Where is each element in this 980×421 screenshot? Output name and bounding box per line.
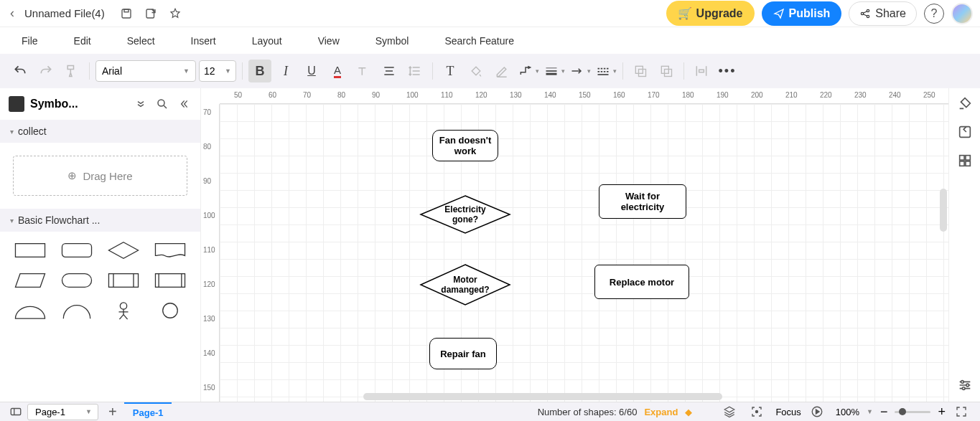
shape-rounded-rect[interactable] <box>57 239 96 262</box>
publish-button[interactable]: Publish <box>762 1 842 26</box>
font-size-select[interactable]: 12▼ <box>199 60 236 82</box>
line-weight-button[interactable]: ▾ <box>542 60 565 82</box>
zoom-in-button[interactable]: + <box>938 405 946 420</box>
zoom-slider[interactable] <box>895 411 930 413</box>
menu-edit[interactable]: Edit <box>74 35 91 47</box>
titlebar: ‹ Unnamed File(4) 🛒 Upgrade Publish Shar… <box>0 0 980 27</box>
share-button[interactable]: Share <box>849 1 917 26</box>
text-case-button[interactable] <box>352 60 375 82</box>
send-icon <box>773 8 785 19</box>
file-name[interactable]: Unnamed File(4) <box>24 7 105 19</box>
node-wait-electricity[interactable]: Wait for electricity <box>599 184 686 219</box>
svg-point-16 <box>120 303 126 309</box>
font-select[interactable]: Arial▼ <box>95 60 196 82</box>
line-color-button[interactable] <box>490 60 513 82</box>
node-repair-fan[interactable]: Repair fan <box>429 338 497 369</box>
share-icon <box>859 8 871 19</box>
italic-button[interactable]: I <box>274 60 297 82</box>
shape-connector[interactable] <box>151 299 190 322</box>
menu-select[interactable]: Select <box>127 35 155 47</box>
svg-rect-11 <box>15 244 45 257</box>
horizontal-scrollbar[interactable] <box>363 393 722 400</box>
redo-button[interactable] <box>34 60 57 82</box>
shape-diamond[interactable] <box>104 239 144 262</box>
shape-half-ellipse[interactable] <box>10 299 50 322</box>
connector-style-button[interactable]: ▾ <box>516 60 539 82</box>
menu-insert[interactable]: Insert <box>191 35 216 47</box>
settings-panel-icon[interactable] <box>956 376 974 394</box>
drag-here-zone[interactable]: ⊕ Drag Here <box>13 156 187 196</box>
chevron-down-icon: ▾ <box>10 217 14 224</box>
undo-button[interactable] <box>9 60 32 82</box>
align-button[interactable] <box>378 60 401 82</box>
export-icon[interactable] <box>142 5 159 22</box>
zoom-value[interactable]: 100% <box>836 407 859 417</box>
grid-panel-icon[interactable] <box>956 151 974 170</box>
search-icon[interactable] <box>154 96 170 112</box>
upgrade-button[interactable]: 🛒 Upgrade <box>666 1 755 26</box>
expand-down-icon[interactable] <box>133 96 149 112</box>
menu-view[interactable]: View <box>318 35 340 47</box>
zoom-out-button[interactable]: − <box>880 405 888 420</box>
right-panel <box>948 88 980 402</box>
user-avatar[interactable] <box>951 3 973 24</box>
shape-predefined[interactable] <box>104 269 144 292</box>
svg-rect-13 <box>62 274 91 288</box>
horizontal-ruler: 5060708090100110120130140150160170180190… <box>220 88 948 104</box>
line-dash-button[interactable]: ▾ <box>594 60 617 82</box>
shape-document[interactable] <box>151 239 190 262</box>
format-painter-button[interactable] <box>60 60 83 82</box>
shape-actor[interactable] <box>104 299 144 322</box>
fullscreen-icon[interactable] <box>953 403 970 420</box>
node-electricity-gone[interactable]: Electricity gone? <box>419 194 511 235</box>
sidebar-title: Symbo... <box>30 98 127 110</box>
pages-icon[interactable] <box>7 403 24 420</box>
svg-rect-1 <box>124 9 129 12</box>
fill-button[interactable] <box>465 60 487 82</box>
shape-subprocess[interactable] <box>151 269 190 292</box>
fill-panel-icon[interactable] <box>956 94 974 113</box>
export-panel-icon[interactable] <box>956 123 974 141</box>
add-page-button[interactable]: + <box>104 403 121 420</box>
bold-button[interactable]: B <box>248 60 271 82</box>
star-icon[interactable] <box>167 5 184 22</box>
shape-terminator[interactable] <box>57 269 96 292</box>
font-color-button[interactable]: A <box>326 60 349 82</box>
text-tool-button[interactable]: T <box>439 60 462 82</box>
menu-file[interactable]: File <box>22 35 38 47</box>
canvas[interactable]: Fan doesn't work Electricity gone? Wait … <box>220 104 948 402</box>
layers-icon[interactable] <box>721 403 738 420</box>
menu-layout[interactable]: Layout <box>252 35 282 47</box>
collapse-sidebar-icon[interactable] <box>176 96 192 112</box>
chevron-down-icon[interactable]: ▼ <box>867 408 873 415</box>
back-icon[interactable]: ‹ <box>7 3 17 24</box>
presentation-icon[interactable] <box>808 403 826 420</box>
underline-button[interactable]: U <box>300 60 323 82</box>
help-button[interactable]: ? <box>924 4 944 24</box>
focus-label[interactable]: Focus <box>775 407 801 417</box>
page-tab[interactable]: Page-1 <box>124 402 172 421</box>
shape-rect[interactable] <box>10 239 50 262</box>
chevron-down-icon: ▼ <box>183 67 190 75</box>
more-button[interactable]: ••• <box>716 60 739 82</box>
node-replace-motor[interactable]: Replace motor <box>594 265 689 299</box>
node-fan-doesnt-work[interactable]: Fan doesn't work <box>432 130 498 161</box>
sidebar-section-flowchart[interactable]: ▾Basic Flowchart ... <box>0 209 200 232</box>
shape-arc[interactable] <box>57 299 96 322</box>
canvas-area: 5060708090100110120130140150160170180190… <box>201 88 948 402</box>
send-back-button[interactable] <box>629 60 652 82</box>
distribute-button[interactable] <box>690 60 713 82</box>
shape-parallelogram[interactable] <box>10 269 50 292</box>
line-spacing-button[interactable] <box>403 60 426 82</box>
focus-icon[interactable] <box>748 403 765 420</box>
expand-link[interactable]: Expand <box>644 407 678 417</box>
vertical-scrollbar[interactable] <box>940 189 947 232</box>
arrow-style-button[interactable]: ▾ <box>568 60 591 82</box>
menu-symbol[interactable]: Symbol <box>375 35 409 47</box>
bring-front-button[interactable] <box>655 60 678 82</box>
page-select[interactable]: Page-1▼ <box>27 404 98 420</box>
save-icon[interactable] <box>118 5 135 22</box>
menu-search-feature[interactable]: Search Feature <box>444 35 514 47</box>
node-motor-damaged[interactable]: Motor damanged? <box>419 263 511 306</box>
sidebar-section-collect[interactable]: ▾collect <box>0 120 200 143</box>
